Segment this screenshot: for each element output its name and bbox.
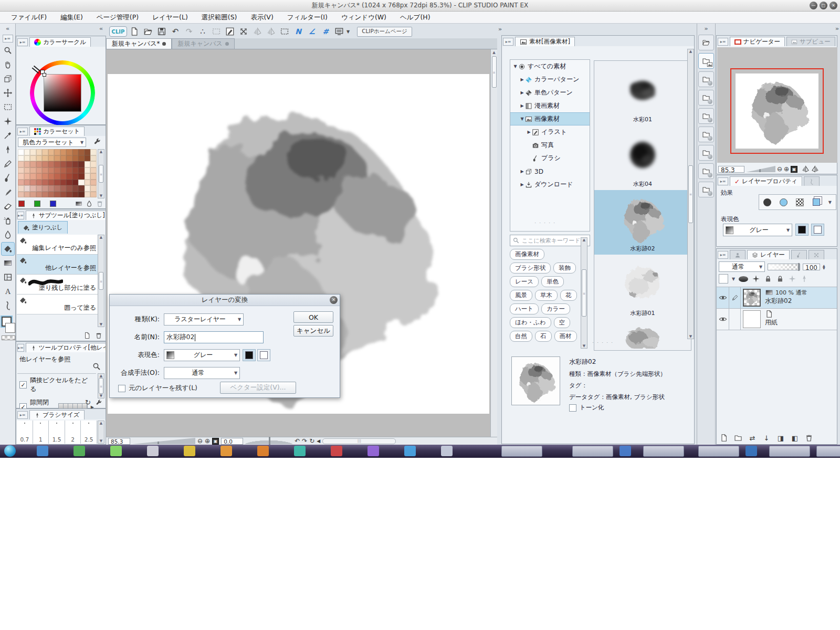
display-mode-dropdown-icon[interactable]: ▼ [346,29,350,34]
color-swatch[interactable] [18,180,24,186]
brush-size-scrollbar[interactable]: ▲▼ [98,421,104,444]
start-button[interactable] [4,445,16,457]
color-swatch[interactable] [85,180,91,186]
layer-thumb-cell[interactable] [741,309,763,330]
menu-選択範囲(S)[interactable]: 選択範囲(S) [195,12,244,23]
color-swatch[interactable] [24,149,30,155]
layer-color-effect-icon[interactable] [813,198,820,206]
color-swatch[interactable] [30,167,36,174]
color-swatch[interactable] [30,161,36,167]
snap-grid-icon[interactable]: # [319,26,332,37]
material-collapse-icon[interactable]: » [498,26,502,33]
rotate-ccw-icon[interactable]: ↶ [295,437,300,445]
menu-ファイル(F)[interactable]: ファイル(F) [4,12,54,23]
lock-transparent-icon[interactable] [776,275,784,283]
color-swatch[interactable] [48,167,55,174]
watercolor-edge-icon[interactable] [780,198,788,206]
lock-layer-icon[interactable] [764,275,772,283]
tool-select-area[interactable] [1,100,15,114]
color-swatch[interactable] [90,149,97,155]
layer-type-select[interactable]: ラスターレイヤー▼ [164,313,244,326]
effect-dropdown-icon[interactable]: ▼ [828,200,832,205]
ruler-setting-icon[interactable] [800,275,808,283]
tree-item-ブラシ[interactable]: ブラシ [510,152,590,165]
color-swatch[interactable] [30,180,36,186]
opacity-spinner[interactable]: ▲▼ [823,264,825,269]
sub-tool-scrollbar[interactable]: ▲≡▼ [98,235,104,327]
color-chip[interactable] [18,201,25,207]
color-swatch[interactable] [60,192,67,198]
canvas-horizontal-scrollbar[interactable]: ||| [322,438,396,444]
layer-color-swatch[interactable] [719,274,728,284]
color-swatch[interactable] [18,149,24,155]
collapse-left-panels-icon[interactable]: « [99,25,103,32]
color-swatch[interactable] [78,161,85,167]
color-chip[interactable] [34,201,40,207]
color-swatch[interactable] [78,192,85,198]
canvas-tab[interactable]: 新規キャンバス [172,38,234,49]
layer-thumbnail[interactable] [743,310,761,328]
tag-空[interactable]: 空 [554,317,571,328]
pane-splitter-handle[interactable]: ・・・・・ [533,220,557,226]
tool-marker[interactable] [1,185,15,199]
open-file-icon[interactable] [142,26,154,37]
color-swatch[interactable] [60,173,67,180]
zoom-slider-handle[interactable] [158,437,159,445]
color-swatch[interactable] [78,173,85,180]
tab-color-set[interactable]: カラーセット [29,127,85,136]
create-mask-icon[interactable]: ◨ [775,433,786,443]
tag-石[interactable]: 石 [535,331,552,342]
tab-layer-brush[interactable] [791,250,807,259]
color-swatch[interactable] [48,161,55,167]
tool-pen[interactable] [1,143,15,156]
taskbar-window-button[interactable] [769,446,810,457]
color-swatch[interactable] [42,192,48,198]
tone-checkbox[interactable] [569,404,576,412]
tag-単色[interactable]: 単色 [541,276,564,287]
tool-airbrush[interactable] [1,214,15,227]
tag-自然[interactable]: 自然 [510,331,532,342]
onion-skin-icon[interactable] [752,275,760,283]
tree-arrow-icon[interactable]: ▶ [519,90,525,95]
color-swatch[interactable] [42,161,48,167]
color-swatch[interactable] [54,155,60,162]
taskbar-icon[interactable] [184,446,195,456]
taskbar-icon[interactable] [74,446,85,456]
tree-item-ダウンロード[interactable]: ▶ダウンロード [510,178,590,191]
layer-name-input[interactable]: 水彩跡02 [164,331,264,343]
color-chip[interactable] [50,201,56,207]
tree-item-単色パターン[interactable]: ▶単色パターン [510,86,590,99]
tag-画像素材[interactable]: 画像素材 [510,249,544,260]
open-folder-icon[interactable] [698,35,714,50]
color-swatch[interactable] [54,173,60,180]
tab-layer[interactable]: レイヤー [747,250,790,259]
maximize-button[interactable]: □ [820,2,827,9]
transfer-layer-icon[interactable]: ⇄ [747,433,758,443]
color-swatch[interactable] [66,149,72,155]
color-swatch[interactable] [60,149,67,155]
color-circle-body[interactable]: 255 255 255 ▶ [16,47,106,125]
color-swatch[interactable] [36,167,43,174]
taskbar-icon[interactable] [746,446,757,456]
scroll-left-icon[interactable]: ◀ [317,438,320,444]
tag-scrollbar[interactable]: ▲≡▼ [581,237,587,349]
delete-layer-icon[interactable] [804,433,814,443]
replace-color-icon[interactable] [75,200,82,207]
new-canvas-icon[interactable] [128,26,141,37]
layer-visible-cell[interactable] [717,287,729,308]
tool-move[interactable] [1,86,15,100]
panel-menu-icon[interactable]: ▸≡ [17,212,24,219]
material-folder-icon[interactable] [698,127,714,142]
taskbar-window-button[interactable] [698,446,739,457]
color-swatch[interactable] [36,161,43,167]
tool-fill[interactable] [1,242,15,256]
material-item-水彩04[interactable]: 水彩04 [594,125,691,190]
panel-menu-icon[interactable]: ▸≡ [718,38,728,46]
subtool-item[interactable]: 編集レイヤーのみ参照 [17,235,99,255]
tree-item-3D[interactable]: ▶3D [510,165,590,178]
color-swatch[interactable] [42,173,48,180]
color-swatch[interactable] [18,161,24,167]
color-swatch[interactable] [90,180,97,186]
tree-item-カラーパターン[interactable]: ▶カラーパターン [510,73,590,86]
deselect-icon[interactable]: ∴ [196,26,209,37]
